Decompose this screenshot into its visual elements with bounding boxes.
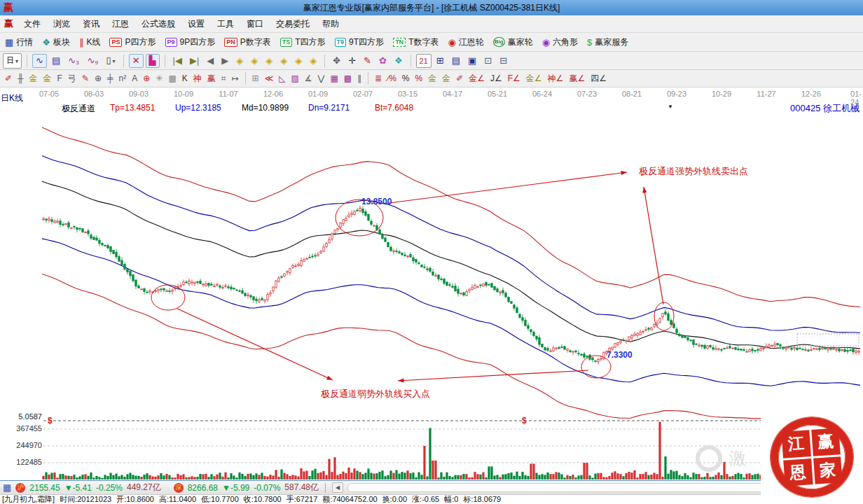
shaded-grid-icon[interactable]: ▨ (289, 73, 301, 85)
next-bar-button[interactable]: ▶ (219, 55, 231, 67)
sectors-button[interactable]: ❖板块 (40, 35, 72, 50)
t-square-button[interactable]: TST四方形 (278, 35, 328, 50)
parallel-lines-icon[interactable]: ∥ (355, 73, 364, 85)
menu-item-7[interactable]: 窗口 (240, 17, 270, 31)
quote-grid-icon[interactable]: ▦ (3, 482, 11, 493)
compass-icon[interactable]: ⊕ (92, 73, 104, 85)
quotes-button[interactable]: ▦行情 (3, 35, 35, 50)
zigzag-icon[interactable]: ∿ (32, 54, 47, 68)
expand-all-icon[interactable]: ◈ (292, 55, 305, 67)
menu-item-2[interactable]: 资讯 (76, 17, 106, 31)
save-icon[interactable]: ▣ (465, 55, 479, 67)
winner-wheel-button[interactable]: Big赢家轮 (491, 35, 535, 50)
stamp-tool-icon[interactable]: ✿ (376, 55, 389, 67)
period-day-button[interactable]: 日▾ (3, 53, 22, 69)
candle-style-button[interactable]: ▯▾ (103, 54, 118, 68)
gold-extension-icon[interactable]: 金 (41, 73, 54, 85)
calendar-icon[interactable]: 21 (416, 54, 432, 68)
grid-box-icon[interactable]: ▩ (342, 73, 354, 85)
zoom-right-icon[interactable]: ◈ (248, 55, 261, 67)
9t-square-button[interactable]: T99T四方形 (333, 35, 387, 50)
gold-level-icon[interactable]: 金 (440, 73, 453, 85)
pattern-x-icon[interactable]: ✕ (129, 54, 144, 68)
hash-line-icon[interactable]: ╪ (105, 73, 116, 85)
hand-tool-icon[interactable]: ✥ (330, 55, 343, 67)
four-angle-icon[interactable]: 四∠ (588, 73, 609, 85)
kline-chart-canvas[interactable]: $$ (0, 88, 863, 480)
9p-square-button[interactable]: P99P四方形 (163, 35, 218, 50)
go-first-button[interactable]: |◀ (170, 55, 185, 67)
print-icon[interactable]: ⊟ (497, 55, 510, 67)
frame-icon[interactable]: ⊞ (250, 73, 261, 85)
wave9-icon[interactable]: ∿₉ (84, 55, 101, 67)
expand-horizontal-icon[interactable]: ◈ (263, 55, 275, 67)
menu-item-5[interactable]: 设置 (181, 17, 211, 31)
a-line-icon[interactable]: A (130, 73, 139, 85)
histogram-icon[interactable]: ▙ (146, 54, 160, 68)
n-square-icon[interactable]: n² (117, 73, 129, 85)
gold-circle-icon[interactable]: 金 (426, 73, 439, 85)
menu-item-3[interactable]: 江恩 (106, 17, 135, 31)
index-1[interactable]: 深8266.68▼-5.99-0.07%587.48亿 (174, 482, 319, 493)
crosshair-icon[interactable]: ✛ (345, 55, 359, 67)
ruler-123-icon[interactable]: ⌗ (219, 73, 228, 85)
percent-level-icon[interactable]: % (413, 73, 424, 85)
f-line-icon[interactable]: F (55, 73, 64, 85)
fan-lines-icon[interactable]: ≪ (263, 73, 276, 85)
t-table-button[interactable]: TNT数字表 (391, 35, 441, 50)
star-wheel-icon[interactable]: ✳ (153, 73, 165, 85)
pen-angle-icon[interactable]: ✐ (454, 73, 465, 85)
menu-item-9[interactable]: 帮助 (316, 17, 345, 31)
gold-section-icon[interactable]: 金 (27, 73, 40, 85)
compress-horizontal-icon[interactable]: ◈ (277, 55, 290, 67)
go-last-button[interactable]: ▶| (187, 55, 202, 67)
square-wheel-icon[interactable]: ▩ (166, 73, 178, 85)
ruler-h-icon[interactable]: ╫ (15, 73, 26, 85)
report-icon[interactable]: ▤ (49, 55, 63, 67)
pattern-tool-icon[interactable]: ❖ (392, 55, 406, 67)
gold-angle2-icon[interactable]: 金∠ (524, 73, 544, 85)
calculator-icon[interactable]: ⊞ (434, 55, 447, 67)
vee-lines-icon[interactable]: ⋁ (316, 73, 327, 85)
zoom-left-icon[interactable]: ◈ (233, 55, 246, 67)
level-steps-icon[interactable]: ≣ (373, 73, 384, 85)
pen-tool-icon[interactable]: ✎ (361, 55, 374, 67)
export-icon[interactable]: ⊡ (481, 55, 495, 67)
shen-angle-icon[interactable]: 神∠ (546, 73, 566, 85)
circle-target-icon[interactable]: ⊕ (141, 73, 152, 85)
menu-item-8[interactable]: 交易委托 (270, 17, 316, 31)
kline-period-tab[interactable]: 日K线 (1, 92, 23, 104)
bow-line-icon[interactable]: 弓 (66, 73, 78, 85)
ying-tool-icon[interactable]: 赢 (205, 73, 218, 85)
notes-icon[interactable]: ▤ (449, 55, 463, 67)
gold-angle-icon[interactable]: 金∠ (467, 73, 487, 85)
kline-button[interactable]: ∥K线 (77, 35, 103, 50)
chart-area[interactable]: $$ 日K线 000425 徐工机械 ▼ 5.0587 07-0508-0309… (0, 88, 863, 480)
fan-shape-icon[interactable]: ◺ (277, 73, 287, 85)
percent-line-icon[interactable]: ∕% (385, 73, 399, 85)
date-cursor-marker[interactable]: ▼ (668, 104, 673, 110)
ying-angle-icon[interactable]: 赢∠ (567, 73, 587, 85)
grid-dense-icon[interactable]: ▦ (328, 73, 340, 85)
scroll-left-button[interactable]: ◀ (332, 482, 343, 493)
winner-service-button[interactable]: $赢家服务 (585, 35, 630, 50)
angle-lines-icon[interactable]: ∡ (303, 73, 315, 85)
f-angle-icon[interactable]: F∠ (506, 73, 523, 85)
titlebar[interactable]: 赢 赢家江恩专业版[赢家内部服务平台] - [徐工机械 SZ000425-381… (0, 0, 863, 15)
compress-all-icon[interactable]: ◈ (307, 55, 319, 67)
hexagon-button[interactable]: ◉六角形 (540, 35, 580, 50)
shen-tool-icon[interactable]: 神 (191, 73, 204, 85)
index-0[interactable]: 沪2155.45▼-5.41-0.25%449.27亿 (15, 482, 160, 493)
pen-draw-icon[interactable]: ✐ (3, 73, 14, 85)
menu-item-0[interactable]: 文件 (18, 17, 47, 31)
p-square-button[interactable]: PSP四方形 (107, 35, 158, 50)
prev-bar-button[interactable]: ◀ (204, 55, 216, 67)
wave3-icon[interactable]: ∿₃ (65, 55, 82, 67)
menu-item-6[interactable]: 工具 (211, 17, 240, 31)
p-table-button[interactable]: PNP数字表 (222, 35, 273, 50)
k-quote-icon[interactable]: K (180, 73, 190, 85)
j-angle-icon[interactable]: J∠ (488, 73, 504, 85)
menu-item-1[interactable]: 浏览 (47, 17, 76, 31)
menu-item-4[interactable]: 公式选股 (135, 17, 181, 31)
pen2-icon[interactable]: ✎ (80, 73, 91, 85)
